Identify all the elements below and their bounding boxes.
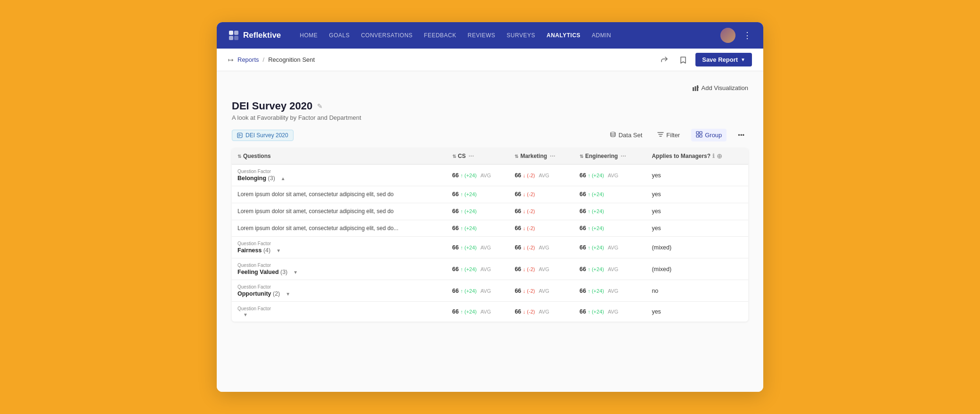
collapse-icon[interactable]: ▼ xyxy=(276,248,281,253)
nav-bar: Reflektive HOME GOALS CONVERSATIONS FEED… xyxy=(217,22,763,49)
col-applies-info-icon[interactable]: ℹ xyxy=(712,153,715,159)
col-mkt-label: Marketing xyxy=(520,153,547,159)
svg-rect-11 xyxy=(696,135,699,137)
cell-applies-2: yes xyxy=(646,203,748,220)
toolbar-left: DEI Survey 2020 xyxy=(232,130,294,141)
group-label: Group xyxy=(705,132,722,139)
svg-rect-10 xyxy=(700,132,702,134)
nav-reviews[interactable]: REVIEWS xyxy=(468,32,496,39)
back-icon[interactable]: ↦ xyxy=(228,56,234,64)
cell-applies-3: yes xyxy=(646,220,748,237)
svg-rect-0 xyxy=(229,31,233,35)
nav-analytics[interactable]: ANALYTICS xyxy=(547,32,580,39)
cell-cs-2: 66 ↑ (+24) xyxy=(447,203,509,220)
cell-question-4: Question Factor Fairness (4) ▼ xyxy=(232,237,447,258)
nav-admin[interactable]: ADMIN xyxy=(592,32,611,39)
table-row: Question Factor Feeling Valued (3) ▼ 66 … xyxy=(232,258,748,280)
table-row: Question Factor Fairness (4) ▼ 66 ↑ (+24… xyxy=(232,237,748,258)
dataset-label: Data Set xyxy=(619,132,643,139)
cell-applies-7: yes xyxy=(646,302,748,322)
filter-icon xyxy=(657,131,664,139)
cell-question-2: Lorem ipsum dolor sit amet, consectetur … xyxy=(232,203,447,220)
nav-surveys[interactable]: SURVEYS xyxy=(506,32,535,39)
svg-rect-2 xyxy=(229,36,233,40)
cell-applies-0: yes xyxy=(646,165,748,186)
col-applies-add-icon[interactable]: ⊕ xyxy=(717,152,722,160)
question-text: Lorem ipsum dolor sit amet, consectetur … xyxy=(237,208,394,215)
nav-goals[interactable]: GOALS xyxy=(329,32,350,39)
save-report-dropdown-arrow: ▼ xyxy=(741,57,745,62)
logo-text: Reflektive xyxy=(243,31,281,40)
col-header-marketing[interactable]: ⇅ Marketing ··· xyxy=(509,148,574,165)
breadcrumb-reports-link[interactable]: Reports xyxy=(237,56,259,63)
cell-mkt-5: 66 ↓ (-2)AVG xyxy=(509,258,574,280)
breadcrumb-separator: / xyxy=(263,56,265,63)
cell-mkt-4: 66 ↓ (-2)AVG xyxy=(509,237,574,258)
table-row: Lorem ipsum dolor sit amet, consectetur … xyxy=(232,186,748,203)
factor-name: Belonging (3) xyxy=(237,175,275,182)
main-content: Add Visualization DEI Survey 2020 ✎ A lo… xyxy=(217,71,763,392)
question-text: Lorem ipsum dolor sit amet, consectetur … xyxy=(237,191,394,198)
col-mkt-more-icon[interactable]: ··· xyxy=(550,152,555,160)
report-header: DEI Survey 2020 ✎ A look at Favorability… xyxy=(232,100,748,121)
cell-cs-0: 66 ↑ (+24)AVG xyxy=(447,165,509,186)
toolbar-right: Data Set Filter Group ••• xyxy=(606,129,748,141)
filter-label: Filter xyxy=(666,132,680,139)
cell-cs-5: 66 ↑ (+24)AVG xyxy=(447,258,509,280)
col-eng-more-icon[interactable]: ··· xyxy=(621,152,626,160)
svg-point-8 xyxy=(611,132,615,134)
factor-label: Question Factor xyxy=(237,169,441,174)
collapse-icon[interactable]: ▼ xyxy=(286,291,290,297)
bookmark-icon[interactable] xyxy=(677,53,690,66)
add-visualization-label: Add Visualization xyxy=(702,84,749,91)
table-row: Question Factor Belonging (3) ▲ 66 ↑ (+2… xyxy=(232,165,748,186)
edit-title-icon[interactable]: ✎ xyxy=(317,102,323,110)
col-header-engineering[interactable]: ⇅ Engineering ··· xyxy=(574,148,646,165)
nav-right: ⋮ xyxy=(720,28,752,43)
breadcrumb-bar: ↦ Reports / Recognition Sent Save Report… xyxy=(217,49,763,71)
cell-eng-6: 66 ↑ (+24)AVG xyxy=(574,280,646,302)
collapse-icon[interactable]: ▲ xyxy=(281,176,286,181)
survey-tag-label: DEI Survey 2020 xyxy=(245,132,288,139)
cell-eng-5: 66 ↑ (+24)AVG xyxy=(574,258,646,280)
cell-eng-3: 66 ↑ (+24) xyxy=(574,220,646,237)
cell-question-0: Question Factor Belonging (3) ▲ xyxy=(232,165,447,186)
more-options-button[interactable]: ••• xyxy=(734,129,748,141)
dataset-button[interactable]: Data Set xyxy=(606,129,646,141)
breadcrumb: ↦ Reports / Recognition Sent xyxy=(228,56,315,64)
cell-cs-6: 66 ↑ (+24)AVG xyxy=(447,280,509,302)
nav-conversations[interactable]: CONVERSATIONS xyxy=(361,32,413,39)
survey-tag[interactable]: DEI Survey 2020 xyxy=(232,130,294,141)
col-header-cs[interactable]: ⇅ CS ··· xyxy=(447,148,509,165)
cell-mkt-3: 66 ↓ (-2) xyxy=(509,220,574,237)
cell-applies-1: yes xyxy=(646,186,748,203)
nav-home[interactable]: HOME xyxy=(300,32,318,39)
sort-mkt-icon: ⇅ xyxy=(514,154,518,159)
dataset-icon xyxy=(610,131,616,139)
svg-rect-9 xyxy=(696,132,699,134)
nav-more-icon[interactable]: ⋮ xyxy=(743,30,752,41)
col-header-questions[interactable]: ⇅ Questions xyxy=(232,148,447,165)
collapse-icon[interactable]: ▼ xyxy=(293,270,298,275)
data-table: ⇅ Questions ⇅ CS ··· ⇅ xyxy=(232,148,748,322)
filter-button[interactable]: Filter xyxy=(653,129,684,141)
cell-mkt-1: 66 ↓ (-2) xyxy=(509,186,574,203)
breadcrumb-current-page: Recognition Sent xyxy=(268,56,315,63)
group-button[interactable]: Group xyxy=(691,129,727,141)
add-visualization-button[interactable]: Add Visualization xyxy=(692,84,749,91)
col-cs-more-icon[interactable]: ··· xyxy=(468,152,474,160)
cell-cs-4: 66 ↑ (+24)AVG xyxy=(447,237,509,258)
col-header-applies: Applies to Managers? ℹ ⊕ xyxy=(646,148,748,165)
save-report-button[interactable]: Save Report ▼ xyxy=(695,53,752,66)
share-icon[interactable] xyxy=(658,53,671,66)
avatar[interactable] xyxy=(720,28,735,43)
cell-applies-4: (mixed) xyxy=(646,237,748,258)
collapse-icon[interactable]: ▼ xyxy=(243,312,248,317)
report-title: DEI Survey 2020 xyxy=(232,100,312,112)
cell-applies-5: (mixed) xyxy=(646,258,748,280)
cell-cs-7: 66 ↑ (+24)AVG xyxy=(447,302,509,322)
cell-question-1: Lorem ipsum dolor sit amet, consectetur … xyxy=(232,186,447,203)
nav-logo[interactable]: Reflektive xyxy=(228,30,281,41)
nav-feedback[interactable]: FEEDBACK xyxy=(424,32,457,39)
factor-name: Opportunity (2) xyxy=(237,290,280,297)
